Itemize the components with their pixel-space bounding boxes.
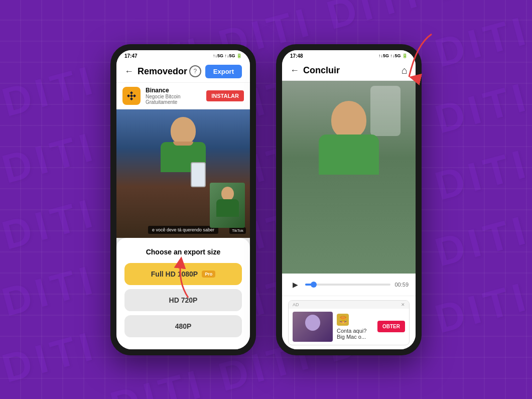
phone2-back-button[interactable]: ←	[290, 65, 299, 76]
phone1-person-head	[171, 117, 196, 145]
svg-marker-4	[130, 94, 133, 97]
svg-marker-3	[130, 97, 133, 100]
phone1-network: ↑↓5G ↑↓5G 🔋	[213, 53, 242, 58]
phone1-second-person-head	[221, 187, 234, 201]
phone1-video-badge: TikTok	[229, 227, 246, 234]
phone2-time: 17:48	[290, 53, 303, 59]
phone2: 17:48 ↑↓5G ↑↓5G 🔋 ← Concluir ⌂	[276, 44, 422, 355]
phone2-screen: 17:48 ↑↓5G ↑↓5G 🔋 ← Concluir ⌂	[282, 50, 416, 349]
phone1-app-bar-left: ← Removedor	[124, 66, 187, 77]
phone1-export-button[interactable]: Export	[205, 65, 242, 78]
phone2-ad-info: 🍔 Conta aqui? Big Mac o...	[337, 314, 373, 340]
phone2-person-container	[282, 81, 416, 274]
phone2-ad-area: AD ✕ 🍔 Conta aqui? Big Mac o... OBTER	[282, 296, 416, 349]
phone1-option-480p[interactable]: 480P	[124, 315, 242, 337]
phone1-status-bar: 17:47 ↑↓5G ↑↓5G 🔋	[116, 50, 250, 61]
phone1-pro-badge: Pro	[202, 271, 215, 278]
phone2-app-bar-right: ⌂	[402, 65, 408, 76]
svg-marker-1	[127, 94, 130, 97]
phone2-ad-header: AD ✕	[289, 301, 409, 309]
phone2-app-bar: ← Concluir ⌂	[282, 61, 416, 81]
phone2-app-bar-left: ← Concluir	[290, 65, 340, 76]
phone1-second-video	[210, 183, 245, 228]
phone2-ad-button[interactable]: OBTER	[377, 321, 405, 332]
svg-marker-0	[130, 91, 133, 94]
phone2-title: Concluir	[303, 65, 340, 76]
phone1-screen: 17:47 ↑↓5G ↑↓5G 🔋 ← Removedor ? Export	[116, 50, 250, 349]
phone1-option-720p[interactable]: HD 720P	[124, 289, 242, 311]
svg-marker-2	[133, 94, 136, 97]
phone2-progress-bar[interactable]	[305, 284, 390, 286]
phone1-back-button[interactable]: ←	[124, 66, 134, 77]
phone1-app-bar: ← Removedor ? Export	[116, 61, 250, 83]
phone1-second-person-body	[216, 199, 239, 217]
phone2-person-body	[319, 135, 379, 175]
phone1-ad-sub: Negocie Bitcoin Gratuitamente	[146, 94, 201, 105]
phone2-status-bar: 17:48 ↑↓5G ↑↓5G 🔋	[282, 50, 416, 61]
phone1-video: e você deve tá querendo saber TikTok	[116, 109, 250, 238]
phone1-export-title: Choose an export size	[124, 248, 242, 256]
phone1-person	[161, 117, 206, 187]
phone2-time-label: 00:59	[394, 282, 409, 288]
phone2-ad-container: AD ✕ 🍔 Conta aqui? Big Mac o... OBTER	[288, 300, 410, 345]
binance-logo	[122, 87, 141, 105]
phone1-install-button[interactable]: INSTALAR	[206, 90, 244, 101]
phone2-progress-dot	[311, 282, 317, 288]
phone2-home-button[interactable]: ⌂	[402, 65, 408, 76]
phone2-ad-label: AD	[293, 302, 299, 307]
phone1-ad-banner: Binance Negocie Bitcoin Gratuitamente IN…	[116, 83, 250, 109]
phone1: 17:47 ↑↓5G ↑↓5G 🔋 ← Removedor ? Export	[110, 44, 256, 355]
phone1-ad-text: Binance Negocie Bitcoin Gratuitamente	[146, 87, 201, 105]
phone1-option-480p-label: 480P	[175, 322, 192, 330]
phone2-ad-image	[293, 312, 333, 342]
phone1-ad-title: Binance	[146, 87, 201, 94]
phone2-ad-content: 🍔 Conta aqui? Big Mac o... OBTER	[289, 309, 409, 345]
phone1-video-area: e você deve tá querendo saber TikTok	[116, 109, 250, 238]
phones-container: 17:47 ↑↓5G ↑↓5G 🔋 ← Removedor ? Export	[110, 44, 422, 355]
phone1-time: 17:47	[124, 53, 138, 59]
binance-icon	[126, 90, 137, 101]
phone2-controls: ▶ 00:59	[282, 274, 416, 296]
phone1-hand-phone	[191, 162, 206, 187]
phone2-person-head	[331, 101, 366, 139]
phone1-help-button[interactable]: ?	[189, 65, 201, 77]
mcdonalds-logo: 🍔	[337, 314, 349, 326]
phone2-ad-close[interactable]: ✕	[401, 302, 405, 307]
phone2-ad-text: Conta aqui? Big Mac o...	[337, 328, 373, 340]
phone2-network: ↑↓5G ↑↓5G 🔋	[378, 53, 408, 58]
phone2-ad-person	[305, 315, 320, 331]
phone1-option-1080p[interactable]: Full HD 1080P Pro	[124, 263, 242, 285]
phone1-status-icons: ↑↓5G ↑↓5G 🔋	[213, 53, 242, 58]
phone1-option-720p-label: HD 720P	[169, 296, 198, 304]
phone1-title: Removedor	[138, 66, 187, 77]
phone1-video-caption: e você deve tá querendo saber	[148, 226, 218, 234]
phone1-bottom-sheet: Choose an export size Full HD 1080P Pro …	[116, 238, 250, 349]
phone2-video-area	[282, 81, 416, 274]
phone2-status-icons: ↑↓5G ↑↓5G 🔋	[378, 53, 408, 58]
phone1-app-bar-right: ? Export	[189, 65, 242, 78]
phone2-play-button[interactable]: ▶	[289, 279, 301, 291]
phone1-option-1080p-label: Full HD 1080P	[151, 270, 198, 278]
